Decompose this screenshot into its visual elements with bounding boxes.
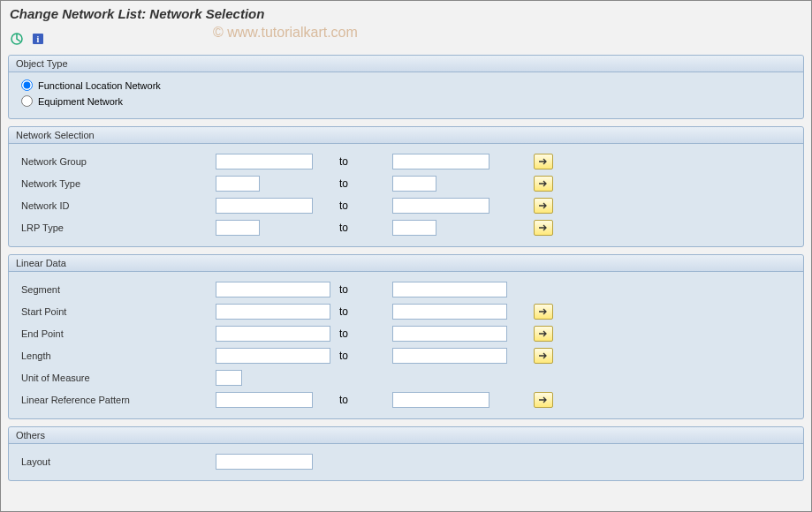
- info-icon[interactable]: i: [29, 30, 47, 48]
- group-header-others: Others: [9, 427, 803, 444]
- group-object-type: Object Type Functional Location Network …: [8, 55, 804, 119]
- input-end-point-to[interactable]: [392, 326, 507, 342]
- content-area: Object Type Functional Location Network …: [1, 55, 811, 495]
- radio-label-equipment: Equipment Network: [38, 96, 123, 107]
- input-length-to[interactable]: [392, 348, 507, 364]
- input-network-id-from[interactable]: [216, 198, 313, 214]
- svg-text:i: i: [37, 34, 40, 44]
- input-network-group-from[interactable]: [216, 154, 313, 169]
- input-segment-from[interactable]: [216, 282, 330, 297]
- input-length-from[interactable]: [216, 348, 330, 364]
- input-start-point-to[interactable]: [392, 304, 507, 320]
- to-label: to: [339, 350, 348, 362]
- label-linear-ref-pattern: Linear Reference Pattern: [21, 395, 216, 405]
- input-linear-ref-pattern-from[interactable]: [216, 392, 313, 408]
- input-lrp-type-to[interactable]: [392, 220, 436, 236]
- label-end-point: End Point: [21, 328, 216, 339]
- label-network-type: Network Type: [21, 178, 216, 189]
- toolbar: i © www.tutorialkart.com: [1, 26, 811, 55]
- to-label: to: [339, 283, 348, 296]
- radio-label-func-loc: Functional Location Network: [38, 80, 161, 91]
- input-network-type-from[interactable]: [216, 176, 260, 192]
- group-others: Others Layout: [8, 426, 804, 481]
- multi-select-length[interactable]: [534, 348, 553, 364]
- watermark: © www.tutorialkart.com: [213, 25, 358, 41]
- multi-select-end-point[interactable]: [534, 326, 553, 342]
- group-header-object-type: Object Type: [9, 56, 803, 72]
- input-network-type-to[interactable]: [392, 176, 436, 192]
- to-label: to: [339, 394, 348, 406]
- input-network-id-to[interactable]: [392, 198, 489, 214]
- radio-functional-location[interactable]: [21, 79, 33, 91]
- group-linear-data: Linear Data Segment to Start Point to En…: [8, 254, 804, 419]
- group-header-linear-data: Linear Data: [9, 255, 803, 272]
- multi-select-network-type[interactable]: [534, 176, 553, 192]
- to-label: to: [339, 305, 348, 318]
- input-unit-of-measure[interactable]: [216, 370, 242, 386]
- app-window: Change Network List: Network Selection i…: [0, 0, 812, 512]
- multi-select-network-group[interactable]: [534, 154, 553, 169]
- multi-select-network-id[interactable]: [534, 198, 553, 214]
- radio-equipment[interactable]: [21, 95, 33, 107]
- label-length: Length: [21, 350, 216, 361]
- multi-select-linear-ref-pattern[interactable]: [534, 392, 553, 408]
- label-start-point: Start Point: [21, 306, 216, 317]
- page-title: Change Network List: Network Selection: [1, 1, 811, 26]
- label-segment: Segment: [21, 284, 216, 295]
- to-label: to: [339, 328, 348, 340]
- input-segment-to[interactable]: [392, 282, 507, 297]
- label-network-group: Network Group: [21, 156, 216, 167]
- input-start-point-from[interactable]: [216, 304, 330, 320]
- label-lrp-type: LRP Type: [21, 222, 216, 233]
- input-linear-ref-pattern-to[interactable]: [392, 392, 489, 408]
- to-label: to: [339, 200, 348, 212]
- multi-select-lrp-type[interactable]: [534, 220, 553, 236]
- input-network-group-to[interactable]: [392, 154, 489, 169]
- execute-icon[interactable]: [8, 30, 26, 48]
- to-label: to: [339, 177, 348, 190]
- input-lrp-type-from[interactable]: [216, 220, 260, 236]
- label-unit-of-measure: Unit of Measure: [21, 373, 216, 383]
- group-header-network-selection: Network Selection: [9, 127, 803, 144]
- group-network-selection: Network Selection Network Group to Netwo…: [8, 126, 804, 247]
- input-layout[interactable]: [216, 454, 313, 470]
- input-end-point-from[interactable]: [216, 326, 330, 342]
- to-label: to: [339, 155, 348, 168]
- label-layout: Layout: [21, 456, 216, 467]
- to-label: to: [339, 222, 348, 234]
- multi-select-start-point[interactable]: [534, 304, 553, 320]
- label-network-id: Network ID: [21, 200, 216, 211]
